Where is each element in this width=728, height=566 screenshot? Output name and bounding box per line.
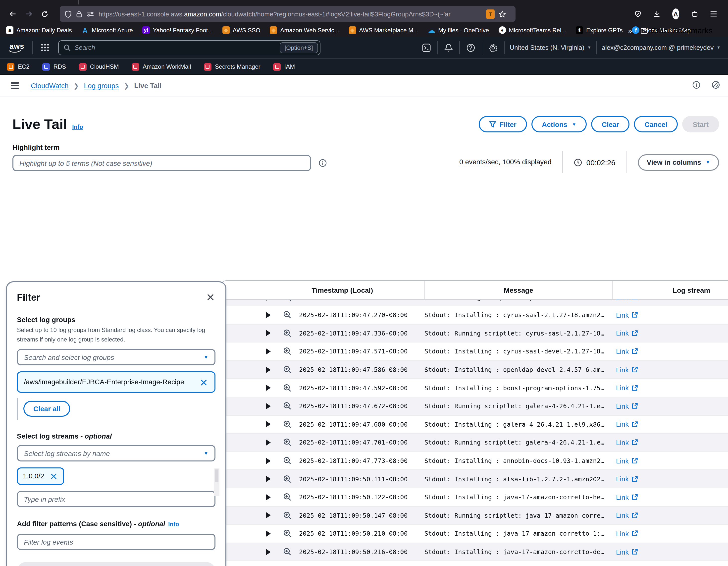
remove-token-icon[interactable] — [199, 378, 208, 387]
log-stream-link[interactable]: Link — [616, 366, 638, 374]
bookmark-item[interactable]: ☁ My files - OneDrive — [428, 26, 489, 34]
aws-favorite-shortcut[interactable]: RDS — [43, 63, 66, 70]
tampermonkey-extension-icon[interactable]: T — [486, 9, 495, 19]
inspect-event-button[interactable] — [280, 300, 299, 302]
menu-hamburger-icon[interactable] — [707, 7, 720, 20]
log-streams-select[interactable]: Select log streams by name ▼ — [17, 445, 215, 462]
inspect-event-button[interactable] — [280, 383, 299, 393]
inspect-event-button[interactable] — [280, 365, 299, 374]
log-stream-link[interactable]: Link — [616, 402, 638, 410]
inspect-event-button[interactable] — [280, 547, 299, 557]
cloudshell-icon[interactable] — [421, 42, 433, 53]
aws-favorite-shortcut[interactable]: Amazon WorkMail — [132, 63, 191, 70]
patterns-info-link[interactable]: Info — [168, 521, 179, 528]
filter-pattern-input[interactable] — [17, 534, 215, 550]
log-stream-link[interactable]: Link — [616, 457, 638, 465]
expand-event-button[interactable] — [263, 366, 280, 373]
bookmark-star-icon[interactable] — [499, 10, 506, 18]
back-button[interactable] — [6, 7, 19, 20]
log-stream-link[interactable]: Link — [616, 512, 638, 519]
actions-button[interactable]: Actions▼ — [531, 116, 587, 132]
expand-event-button[interactable] — [263, 530, 280, 537]
expand-event-button[interactable] — [263, 384, 280, 391]
stream-prefix-input[interactable] — [17, 491, 215, 507]
log-stream-link[interactable]: Link — [616, 329, 638, 337]
permissions-icon[interactable] — [87, 11, 94, 17]
expand-event-button[interactable] — [263, 548, 280, 555]
log-stream-link[interactable]: Link — [616, 493, 638, 501]
services-grid-icon[interactable] — [39, 41, 51, 54]
side-nav-hamburger-icon[interactable] — [8, 79, 22, 92]
aws-favorite-shortcut[interactable]: CloudHSM — [79, 63, 119, 70]
filter-button[interactable]: Filter — [478, 116, 527, 132]
inspect-event-button[interactable] — [280, 492, 299, 502]
account-avatar[interactable]: A — [669, 7, 682, 20]
remove-token-icon[interactable] — [49, 472, 58, 481]
log-stream-link[interactable]: Link — [616, 348, 638, 356]
clear-all-button[interactable]: Clear all — [23, 401, 70, 417]
log-stream-link[interactable]: Link — [616, 420, 638, 428]
log-groups-select[interactable]: Search and select log groups ▼ — [17, 349, 215, 366]
breadcrumb-log-groups[interactable]: Log groups — [84, 82, 119, 90]
settings-gear-icon[interactable] — [487, 42, 499, 53]
bookmark-item[interactable]: A Microsoft Azure — [81, 26, 133, 34]
expand-event-button[interactable] — [263, 348, 280, 355]
bookmark-item[interactable]: y! Yahoo! Fantasy Foot... — [142, 26, 213, 34]
close-icon[interactable] — [206, 292, 215, 302]
aws-favorite-shortcut[interactable]: Secrets Manager — [204, 63, 260, 70]
bookmark-item[interactable]: ✳ Explore GPTs — [576, 26, 623, 34]
notifications-bell-icon[interactable] — [443, 42, 455, 53]
inspect-event-button[interactable] — [280, 438, 299, 447]
title-info-link[interactable]: Info — [72, 123, 83, 130]
protection-shield-icon[interactable] — [631, 7, 644, 20]
expand-event-button[interactable] — [263, 439, 280, 446]
apply-filters-button[interactable]: Apply filters — [17, 562, 215, 566]
bookmark-item[interactable]: ◆ AWS Marketplace M... — [349, 26, 418, 34]
bookmark-item[interactable]: ◆ Amazon Web Servic... — [270, 26, 339, 34]
log-stream-link[interactable]: Link — [616, 384, 638, 392]
forward-button[interactable] — [22, 7, 35, 20]
account-menu[interactable]: alex@c2company.com @ primekeydev▼ — [602, 44, 721, 51]
log-stream-link[interactable]: Link — [616, 530, 638, 538]
url-bar[interactable]: https://us-east-1.console.aws.amazon.com… — [60, 6, 516, 22]
aws-favorite-shortcut[interactable]: IAM — [273, 63, 295, 70]
log-stream-link[interactable]: Link — [616, 300, 638, 302]
expand-event-button[interactable] — [263, 457, 280, 464]
expand-event-button[interactable] — [263, 300, 280, 301]
aws-favorite-shortcut[interactable]: EC2 — [7, 63, 30, 70]
console-search-input[interactable]: Search [Option+S] — [58, 40, 320, 55]
inspect-event-button[interactable] — [280, 529, 299, 538]
other-bookmarks[interactable]: Other Bookmarks — [640, 26, 713, 35]
token-list-scrollbar[interactable] — [214, 468, 219, 496]
start-button[interactable]: Start — [682, 116, 719, 132]
events-rate-status[interactable]: 0 events/sec, 100% displayed — [459, 157, 551, 167]
help-icon[interactable] — [465, 42, 477, 53]
region-selector[interactable]: United States (N. Virginia)▼ — [510, 44, 591, 51]
inspect-event-button[interactable] — [280, 347, 299, 356]
expand-event-button[interactable] — [263, 421, 280, 428]
bookmark-item[interactable]: ◆ AWS SSO — [222, 26, 260, 34]
expand-event-button[interactable] — [263, 475, 280, 482]
bookmarks-chevron-icon[interactable]: » — [628, 26, 631, 35]
view-in-columns-button[interactable]: View in columns▼ — [638, 154, 719, 170]
split-panel-icon[interactable] — [712, 80, 720, 91]
info-icon[interactable] — [692, 80, 701, 91]
aws-logo[interactable]: aws — [7, 42, 26, 53]
inspect-event-button[interactable] — [280, 420, 299, 429]
inspect-event-button[interactable] — [280, 511, 299, 520]
clear-button[interactable]: Clear — [591, 116, 629, 132]
inspect-event-button[interactable] — [280, 456, 299, 466]
bookmark-item[interactable]: a Amazon: Daily Deals — [6, 26, 72, 34]
expand-event-button[interactable] — [263, 494, 280, 501]
log-stream-link[interactable]: Link — [616, 548, 638, 556]
info-icon[interactable] — [318, 159, 327, 167]
log-stream-link[interactable]: Link — [616, 439, 638, 447]
log-stream-link[interactable]: Link — [616, 311, 638, 319]
cancel-button[interactable]: Cancel — [634, 116, 678, 132]
tracking-shield-icon[interactable] — [65, 10, 72, 18]
downloads-icon[interactable] — [650, 7, 663, 20]
extensions-icon[interactable] — [688, 7, 701, 20]
expand-event-button[interactable] — [263, 312, 280, 319]
expand-event-button[interactable] — [263, 330, 280, 337]
log-stream-link[interactable]: Link — [616, 475, 638, 483]
